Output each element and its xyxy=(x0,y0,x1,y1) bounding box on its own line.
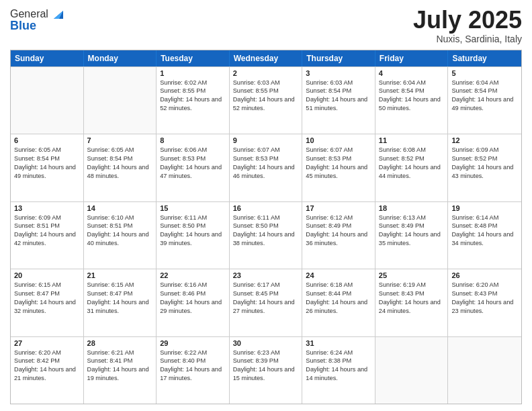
cal-cell-3: 2 Sunrise: 6:03 AM Sunset: 8:55 PM Dayli… xyxy=(230,67,303,134)
day-number: 12 xyxy=(451,136,518,144)
daylight-text: Daylight: 14 hours and 40 minutes. xyxy=(87,230,153,248)
sunrise-text: Sunrise: 6:03 AM xyxy=(233,79,299,87)
sunrise-text: Sunrise: 6:05 AM xyxy=(87,146,153,154)
day-number: 7 xyxy=(87,136,153,144)
day-number: 17 xyxy=(306,204,371,212)
sunset-text: Sunset: 8:40 PM xyxy=(160,357,226,365)
day-number: 10 xyxy=(306,136,371,144)
daylight-text: Daylight: 14 hours and 49 minutes. xyxy=(14,163,80,181)
day-number: 20 xyxy=(14,271,80,279)
sunrise-text: Sunrise: 6:17 AM xyxy=(233,281,299,289)
daylight-text: Daylight: 14 hours and 26 minutes. xyxy=(306,298,371,316)
sunset-text: Sunset: 8:42 PM xyxy=(14,357,80,365)
cal-cell-27: 26 Sunrise: 6:20 AM Sunset: 8:43 PM Dayl… xyxy=(448,269,521,336)
sunrise-text: Sunrise: 6:11 AM xyxy=(160,214,226,222)
day-number: 4 xyxy=(379,69,445,77)
daylight-text: Daylight: 14 hours and 39 minutes. xyxy=(160,230,226,248)
sunset-text: Sunset: 8:41 PM xyxy=(87,357,153,365)
sunrise-text: Sunrise: 6:02 AM xyxy=(160,79,226,87)
week-row-3: 13 Sunrise: 6:09 AM Sunset: 8:51 PM Dayl… xyxy=(11,201,521,269)
day-number: 5 xyxy=(451,69,518,77)
cal-cell-14: 13 Sunrise: 6:09 AM Sunset: 8:51 PM Dayl… xyxy=(11,202,84,269)
sunset-text: Sunset: 8:49 PM xyxy=(379,222,445,230)
daylight-text: Daylight: 14 hours and 36 minutes. xyxy=(306,230,371,248)
cal-cell-31: 30 Sunrise: 6:23 AM Sunset: 8:39 PM Dayl… xyxy=(230,337,303,404)
location-subtitle: Nuxis, Sardinia, Italy xyxy=(413,34,522,44)
daylight-text: Daylight: 14 hours and 29 minutes. xyxy=(160,298,226,316)
sunset-text: Sunset: 8:46 PM xyxy=(160,289,226,298)
calendar: Sunday Monday Tuesday Wednesday Thursday… xyxy=(10,50,522,404)
sunset-text: Sunset: 8:47 PM xyxy=(14,289,80,298)
sunrise-text: Sunrise: 6:09 AM xyxy=(451,146,518,154)
daylight-text: Daylight: 14 hours and 15 minutes. xyxy=(233,365,299,383)
cal-cell-24: 23 Sunrise: 6:17 AM Sunset: 8:45 PM Dayl… xyxy=(230,269,303,336)
sunset-text: Sunset: 8:54 PM xyxy=(306,87,371,95)
day-number: 13 xyxy=(14,204,80,212)
day-number: 1 xyxy=(160,69,226,77)
logo: General Blue xyxy=(10,7,64,33)
cal-cell-13: 12 Sunrise: 6:09 AM Sunset: 8:52 PM Dayl… xyxy=(448,134,521,201)
cal-cell-4: 3 Sunrise: 6:03 AM Sunset: 8:54 PM Dayli… xyxy=(302,67,375,134)
sunrise-text: Sunrise: 6:14 AM xyxy=(451,214,518,222)
sunrise-text: Sunrise: 6:07 AM xyxy=(233,146,299,154)
day-number: 2 xyxy=(233,69,299,77)
daylight-text: Daylight: 14 hours and 49 minutes. xyxy=(451,95,518,113)
sunrise-text: Sunrise: 6:11 AM xyxy=(233,214,299,222)
cal-cell-8: 7 Sunrise: 6:05 AM Sunset: 8:54 PM Dayli… xyxy=(84,134,157,201)
day-number: 28 xyxy=(87,339,153,347)
sunrise-text: Sunrise: 6:04 AM xyxy=(379,79,445,87)
day-number: 6 xyxy=(14,136,80,144)
sunset-text: Sunset: 8:54 PM xyxy=(379,87,445,95)
header-wednesday: Wednesday xyxy=(230,50,303,66)
sunrise-text: Sunrise: 6:24 AM xyxy=(306,349,371,357)
sunset-text: Sunset: 8:48 PM xyxy=(451,222,518,230)
sunrise-text: Sunrise: 6:18 AM xyxy=(306,281,371,289)
day-number: 22 xyxy=(160,271,226,279)
header-sunday: Sunday xyxy=(11,50,84,66)
day-number: 27 xyxy=(14,339,80,347)
sunset-text: Sunset: 8:53 PM xyxy=(306,154,371,163)
sunset-text: Sunset: 8:43 PM xyxy=(451,289,518,298)
calendar-body: 1 Sunrise: 6:02 AM Sunset: 8:55 PM Dayli… xyxy=(11,66,521,404)
page: General Blue July 2025 Nuxis, Sardinia, … xyxy=(0,0,532,411)
sunrise-text: Sunrise: 6:22 AM xyxy=(160,349,226,357)
sunrise-text: Sunrise: 6:20 AM xyxy=(451,281,518,289)
cal-cell-6: 5 Sunrise: 6:04 AM Sunset: 8:54 PM Dayli… xyxy=(448,67,521,134)
sunset-text: Sunset: 8:54 PM xyxy=(451,87,518,95)
cal-cell-1 xyxy=(84,67,157,134)
logo-icon xyxy=(50,7,64,21)
daylight-text: Daylight: 14 hours and 50 minutes. xyxy=(379,95,445,113)
sunset-text: Sunset: 8:54 PM xyxy=(87,154,153,163)
cal-cell-23: 22 Sunrise: 6:16 AM Sunset: 8:46 PM Dayl… xyxy=(157,269,230,336)
daylight-text: Daylight: 14 hours and 52 minutes. xyxy=(160,95,226,113)
sunset-text: Sunset: 8:50 PM xyxy=(233,222,299,230)
sunset-text: Sunset: 8:55 PM xyxy=(160,87,226,95)
daylight-text: Daylight: 14 hours and 38 minutes. xyxy=(233,230,299,248)
daylight-text: Daylight: 14 hours and 52 minutes. xyxy=(233,95,299,113)
daylight-text: Daylight: 14 hours and 42 minutes. xyxy=(14,230,80,248)
daylight-text: Daylight: 14 hours and 23 minutes. xyxy=(451,298,518,316)
day-number: 23 xyxy=(233,271,299,279)
cal-cell-17: 16 Sunrise: 6:11 AM Sunset: 8:50 PM Dayl… xyxy=(230,202,303,269)
header-saturday: Saturday xyxy=(448,50,521,66)
daylight-text: Daylight: 14 hours and 17 minutes. xyxy=(160,365,226,383)
day-number: 31 xyxy=(306,339,371,347)
cal-cell-25: 24 Sunrise: 6:18 AM Sunset: 8:44 PM Dayl… xyxy=(302,269,375,336)
daylight-text: Daylight: 14 hours and 51 minutes. xyxy=(306,95,371,113)
header-monday: Monday xyxy=(84,50,157,66)
sunrise-text: Sunrise: 6:15 AM xyxy=(87,281,153,289)
day-number: 15 xyxy=(160,204,226,212)
cal-cell-2: 1 Sunrise: 6:02 AM Sunset: 8:55 PM Dayli… xyxy=(157,67,230,134)
daylight-text: Daylight: 14 hours and 31 minutes. xyxy=(87,298,153,316)
week-row-4: 20 Sunrise: 6:15 AM Sunset: 8:47 PM Dayl… xyxy=(11,269,521,336)
cal-cell-18: 17 Sunrise: 6:12 AM Sunset: 8:49 PM Dayl… xyxy=(302,202,375,269)
sunset-text: Sunset: 8:52 PM xyxy=(451,154,518,163)
sunrise-text: Sunrise: 6:05 AM xyxy=(14,146,80,154)
sunset-text: Sunset: 8:49 PM xyxy=(306,222,371,230)
daylight-text: Daylight: 14 hours and 48 minutes. xyxy=(87,163,153,181)
sunset-text: Sunset: 8:51 PM xyxy=(87,222,153,230)
sunset-text: Sunset: 8:44 PM xyxy=(306,289,371,298)
daylight-text: Daylight: 14 hours and 27 minutes. xyxy=(233,298,299,316)
cal-cell-0 xyxy=(11,67,84,134)
cal-cell-5: 4 Sunrise: 6:04 AM Sunset: 8:54 PM Dayli… xyxy=(375,67,449,134)
